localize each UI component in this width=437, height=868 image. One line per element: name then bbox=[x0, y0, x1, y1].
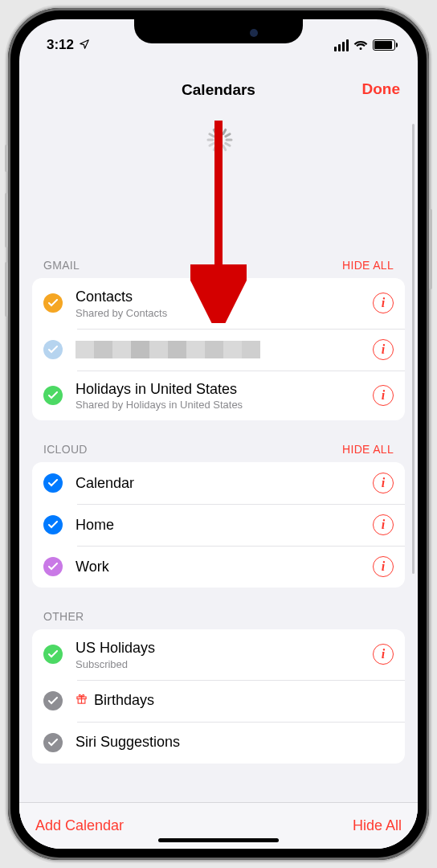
row-subtitle: Subscribed bbox=[76, 658, 373, 670]
cellular-icon bbox=[334, 39, 349, 51]
checkmark-icon[interactable] bbox=[43, 386, 63, 405]
checkmark-icon[interactable] bbox=[43, 515, 63, 534]
row-subtitle: Shared by Holidays in United States bbox=[76, 399, 373, 411]
calendars-modal: Calendars Done bbox=[19, 66, 418, 849]
calendar-row-redacted[interactable]: i bbox=[32, 329, 405, 371]
row-title-text: Birthdays bbox=[94, 691, 154, 710]
row-title: Birthdays bbox=[76, 691, 394, 710]
checkmark-icon[interactable] bbox=[43, 557, 63, 576]
section-label-gmail: GMAIL bbox=[43, 259, 80, 272]
checkmark-icon[interactable] bbox=[43, 645, 63, 664]
modal-header: Calendars Done bbox=[19, 66, 418, 114]
hide-all-gmail-button[interactable]: HIDE ALL bbox=[342, 259, 394, 272]
checkmark-icon[interactable] bbox=[43, 473, 63, 493]
calendar-row-contacts[interactable]: Contacts Shared by Contacts i bbox=[32, 278, 405, 329]
info-button[interactable]: i bbox=[373, 644, 394, 665]
home-indicator[interactable] bbox=[158, 838, 279, 842]
gift-icon bbox=[76, 693, 88, 709]
row-subtitle: Shared by Contacts bbox=[76, 307, 373, 319]
status-time: 3:12 bbox=[47, 37, 74, 53]
checkmark-icon[interactable] bbox=[43, 691, 63, 710]
row-title: Home bbox=[76, 516, 373, 534]
wifi-icon bbox=[353, 39, 368, 51]
info-button[interactable]: i bbox=[373, 556, 394, 577]
section-label-icloud: ICLOUD bbox=[43, 443, 88, 456]
scrollbar[interactable] bbox=[412, 124, 415, 574]
row-title: Contacts bbox=[76, 288, 373, 306]
info-button[interactable]: i bbox=[373, 339, 394, 360]
hide-all-icloud-button[interactable]: HIDE ALL bbox=[342, 443, 394, 456]
status-right bbox=[334, 39, 395, 51]
calendar-row-holidays-us[interactable]: Holidays in United States Shared by Holi… bbox=[32, 371, 405, 421]
group-icloud: Calendar i Home i Work i bbox=[32, 462, 405, 588]
info-button[interactable]: i bbox=[373, 293, 394, 313]
calendar-row-siri-suggestions[interactable]: Siri Suggestions bbox=[32, 722, 405, 764]
volume-down-button bbox=[5, 262, 8, 317]
scroll-area[interactable]: GMAIL HIDE ALL Contacts Shared by Contac… bbox=[19, 114, 418, 802]
row-title: Siri Suggestions bbox=[76, 733, 394, 751]
row-title: Work bbox=[76, 558, 373, 576]
battery-icon bbox=[373, 39, 395, 51]
calendar-row-us-holidays[interactable]: US Holidays Subscribed i bbox=[32, 629, 405, 680]
group-other: US Holidays Subscribed i Birt bbox=[32, 629, 405, 764]
info-button[interactable]: i bbox=[373, 473, 394, 493]
row-title: Holidays in United States bbox=[76, 380, 373, 399]
mute-switch bbox=[5, 145, 8, 172]
notch bbox=[134, 19, 303, 43]
row-title: Calendar bbox=[76, 474, 373, 493]
group-gmail: Contacts Shared by Contacts i i Holiday bbox=[32, 278, 405, 420]
volume-up-button bbox=[5, 193, 8, 248]
page-title: Calendars bbox=[182, 81, 255, 99]
screen: 3:12 Calendars Done bbox=[19, 19, 418, 849]
checkmark-icon[interactable] bbox=[43, 293, 63, 313]
calendar-row-home[interactable]: Home i bbox=[32, 504, 405, 546]
power-button bbox=[429, 209, 432, 289]
info-button[interactable]: i bbox=[373, 514, 394, 535]
spinner-icon bbox=[206, 127, 231, 153]
calendar-row-calendar[interactable]: Calendar i bbox=[32, 462, 405, 504]
row-title: US Holidays bbox=[76, 639, 373, 657]
redacted-text bbox=[76, 341, 260, 358]
info-button[interactable]: i bbox=[373, 385, 394, 406]
done-button[interactable]: Done bbox=[362, 80, 401, 98]
calendar-row-birthdays[interactable]: Birthdays bbox=[32, 680, 405, 722]
section-label-other: OTHER bbox=[43, 610, 84, 623]
add-calendar-button[interactable]: Add Calendar bbox=[35, 817, 124, 834]
iphone-frame: 3:12 Calendars Done bbox=[8, 8, 429, 860]
hide-all-button[interactable]: Hide All bbox=[353, 817, 402, 834]
location-arrow-icon bbox=[79, 39, 90, 52]
pull-to-refresh bbox=[32, 114, 405, 259]
checkmark-icon[interactable] bbox=[43, 733, 63, 752]
calendar-row-work[interactable]: Work i bbox=[32, 546, 405, 588]
checkmark-icon[interactable] bbox=[43, 340, 63, 359]
